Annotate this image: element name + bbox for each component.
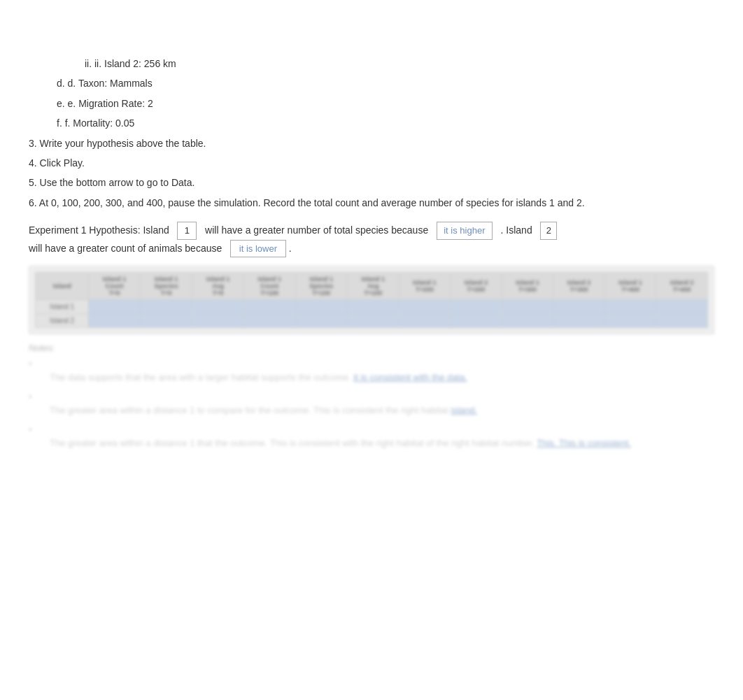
roman-item-ii: ii. Island 2: 256 km — [85, 56, 714, 71]
notes-item-3: • The greater area within a distance 1 t… — [29, 423, 714, 450]
cell-2-2 — [140, 313, 192, 327]
main-content: ii. Island 2: 256 km d. Taxon: Mammals e… — [29, 14, 714, 450]
row-label-1: Island 1 — [36, 299, 89, 313]
cell-2-4 — [243, 313, 295, 327]
col-t0-i1-species: Island 1SpeciesT=0 — [140, 272, 192, 299]
numbered-items: Write your hypothesis above the table. C… — [29, 136, 714, 211]
cell-2-5 — [295, 313, 348, 327]
table-row-island1: Island 1 — [36, 299, 708, 313]
hypothesis-suffix: . Island — [501, 224, 532, 236]
cell-2-3 — [192, 313, 244, 327]
data-table-container: Island Island 1CountT=0 Island 1SpeciesT… — [29, 266, 714, 334]
hypothesis-line2-prefix: will have a greater count of animals bec… — [29, 243, 222, 254]
cell-1-2 — [140, 299, 192, 313]
cell-2-11 — [604, 313, 656, 327]
row-label-2: Island 2 — [36, 313, 89, 327]
notes-bullet-2: • — [29, 392, 32, 402]
cell-1-7 — [399, 299, 451, 313]
notes-section: Notes: • The data supports that the area… — [29, 343, 714, 450]
cell-2-9 — [502, 313, 553, 327]
cell-1-3 — [192, 299, 244, 313]
cell-2-7 — [399, 313, 451, 327]
cell-1-5 — [295, 299, 348, 313]
col-t0-i1-count: Island 1CountT=0 — [89, 272, 141, 299]
notes-label: Notes: — [29, 343, 714, 353]
cell-1-11 — [604, 299, 656, 313]
it-is-higher-dropdown[interactable]: it is higher — [437, 222, 493, 239]
col-t300-i1: Island 1T=300 — [502, 272, 553, 299]
cell-2-6 — [348, 313, 399, 327]
notes-link-2[interactable]: island. — [451, 405, 478, 415]
col-t100-i1-count: Island 1CountT=100 — [243, 272, 295, 299]
numbered-item-4: Click Play. — [29, 155, 714, 171]
letter-item-e: e. Migration Rate: 2 — [57, 96, 714, 111]
cell-2-1 — [89, 313, 141, 327]
col-island: Island — [36, 272, 89, 299]
notes-item-2: • The greater area within a distance 1 t… — [29, 390, 714, 417]
cell-1-6 — [348, 299, 399, 313]
col-t400-i1: Island 1T=400 — [604, 272, 656, 299]
col-t200-i2: Island 2T=200 — [451, 272, 502, 299]
cell-1-9 — [502, 299, 553, 313]
cell-1-8 — [451, 299, 502, 313]
letter-item-f: f. Mortality: 0.05 — [57, 115, 714, 131]
island2-input[interactable]: 2 — [540, 222, 557, 239]
col-t100-i1-avg: Island 1AvgT=100 — [348, 272, 399, 299]
hypothesis-section: Experiment 1 Hypothesis: Island 1 will h… — [29, 222, 714, 257]
numbered-item-3: Write your hypothesis above the table. — [29, 136, 714, 151]
hypothesis-prefix: Experiment 1 Hypothesis: Island — [29, 224, 169, 236]
island1-input[interactable]: 1 — [177, 222, 197, 239]
cell-1-1 — [89, 299, 141, 313]
cell-1-10 — [553, 299, 605, 313]
notes-link-1[interactable]: it is consistent with the data. — [353, 372, 467, 383]
col-t400-i2: Island 2T=400 — [656, 272, 708, 299]
hypothesis-line2-suffix: . — [289, 243, 292, 254]
it-is-lower-dropdown[interactable]: it is lower — [230, 240, 286, 257]
cell-1-12 — [656, 299, 708, 313]
data-table: Island Island 1CountT=0 Island 1SpeciesT… — [35, 272, 708, 328]
cell-2-8 — [451, 313, 502, 327]
numbered-item-6: At 0, 100, 200, 300, and 400, pause the … — [29, 195, 714, 210]
numbered-item-5: Use the bottom arrow to go to Data. — [29, 175, 714, 190]
letter-items: d. Taxon: Mammals e. Migration Rate: 2 f… — [57, 76, 714, 131]
notes-link-3[interactable]: This. This is consistent. — [537, 438, 631, 448]
sub-items: ii. Island 2: 256 km — [85, 56, 714, 71]
col-t300-i2: Island 2T=300 — [553, 272, 605, 299]
notes-bullet-3: • — [29, 424, 32, 435]
cell-1-4 — [243, 299, 295, 313]
hypothesis-middle: will have a greater number of total spec… — [205, 224, 428, 236]
cell-2-12 — [656, 313, 708, 327]
notes-bullet-1: • — [29, 359, 32, 369]
col-t200-i1: Island 1T=200 — [399, 272, 451, 299]
table-row-island2: Island 2 — [36, 313, 708, 327]
letter-item-d: d. Taxon: Mammals — [57, 76, 714, 91]
notes-item-1: • The data supports that the area with a… — [29, 357, 714, 385]
col-t0-i1-avg: Island 1AvgT=0 — [192, 272, 244, 299]
cell-2-10 — [553, 313, 605, 327]
col-t100-i1-species: Island 1SpeciesT=100 — [295, 272, 348, 299]
